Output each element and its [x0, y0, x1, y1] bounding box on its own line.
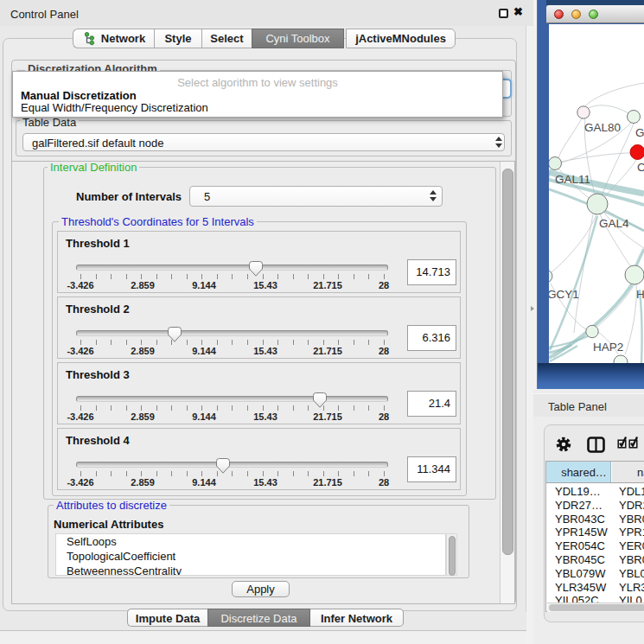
svg-text:CRP: CRP: [637, 161, 644, 174]
svg-text:GAL4: GAL4: [599, 217, 629, 230]
svg-text:HIS4: HIS4: [636, 288, 644, 301]
svg-text:GAL11: GAL11: [555, 173, 590, 186]
svg-text:GCY1: GCY1: [549, 288, 579, 301]
svg-text:GAL80: GAL80: [584, 121, 621, 134]
svg-text:GAL2: GAL2: [635, 126, 644, 139]
svg-text:HAP2: HAP2: [593, 341, 623, 354]
